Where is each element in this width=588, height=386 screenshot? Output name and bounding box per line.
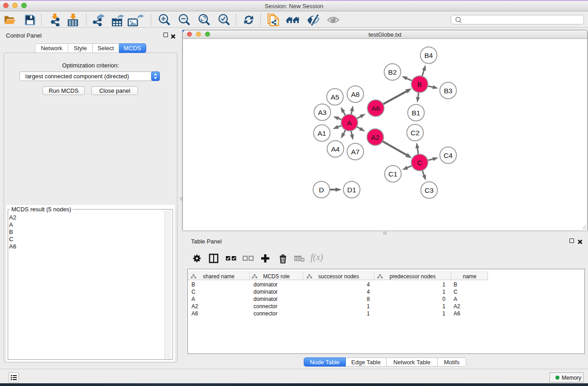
svg-text:A4: A4	[331, 145, 340, 153]
svg-text:C: C	[417, 159, 422, 167]
svg-text:B1: B1	[412, 109, 421, 117]
svg-text:C4: C4	[444, 152, 453, 159]
svg-text:B4: B4	[425, 52, 433, 59]
svg-text:C3: C3	[425, 186, 434, 194]
svg-text:A7: A7	[351, 148, 360, 156]
svg-text:A6: A6	[372, 105, 380, 112]
svg-text:D1: D1	[347, 186, 356, 194]
svg-text:B2: B2	[388, 68, 397, 76]
svg-text:A1: A1	[318, 129, 326, 137]
svg-text:C2: C2	[411, 129, 420, 137]
svg-text:A: A	[347, 119, 352, 127]
svg-text:A5: A5	[331, 93, 339, 101]
svg-text:A3: A3	[318, 109, 327, 116]
svg-text:A2: A2	[371, 133, 380, 141]
svg-text:B3: B3	[444, 87, 453, 95]
svg-text:B: B	[417, 81, 422, 88]
svg-text:D: D	[319, 186, 324, 194]
svg-text:C1: C1	[388, 170, 397, 178]
svg-text:A8: A8	[351, 91, 360, 98]
